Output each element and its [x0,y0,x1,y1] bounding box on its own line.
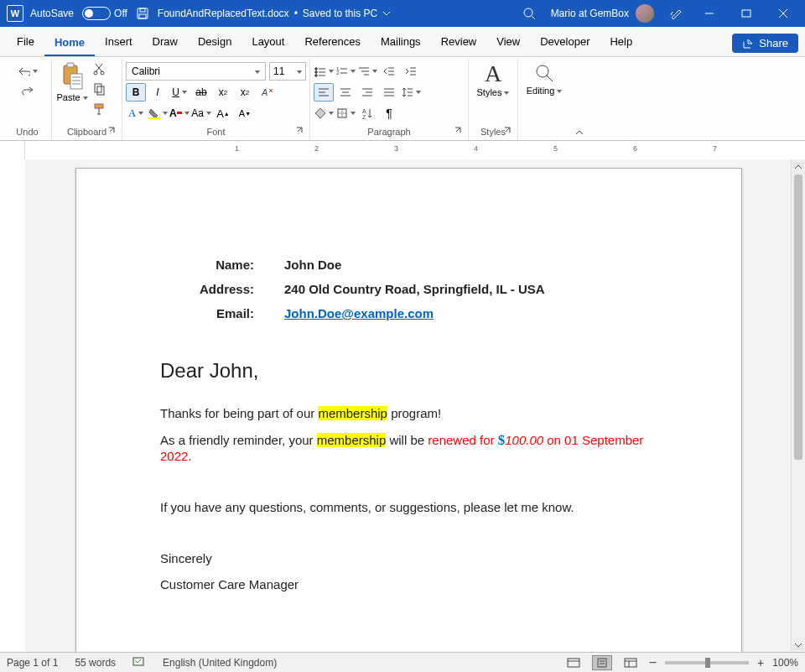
grow-font-button[interactable]: A▲ [213,104,233,122]
highlight-button[interactable] [148,104,168,122]
align-right-button[interactable] [357,83,377,102]
search-icon[interactable] [514,0,544,27]
paragraph-launcher[interactable] [453,126,465,138]
svg-rect-68 [598,659,606,667]
svg-point-63 [537,65,548,77]
svg-rect-20 [97,86,104,95]
clipboard-launcher[interactable] [106,126,118,138]
draw-mode-icon[interactable] [661,0,691,27]
tab-file[interactable]: File [7,29,44,56]
page-indicator[interactable]: Page 1 of 1 [7,657,58,669]
tab-help[interactable]: Help [600,29,642,56]
salutation: Dear John, [160,359,657,383]
paragraph-group-label: Paragraph [367,127,410,137]
paragraph-4: Sincerely [160,551,657,565]
print-layout-button[interactable] [592,655,612,670]
focus-mode-button[interactable] [564,655,584,670]
autosave-toggle[interactable]: Off [80,5,129,22]
address-label: Address: [160,277,269,301]
tab-view[interactable]: View [486,29,530,56]
chevron-down-icon[interactable] [382,10,391,17]
multilevel-list-button[interactable] [357,62,377,81]
bold-button[interactable]: B [126,83,146,102]
horizontal-ruler[interactable]: 1 2 3 4 5 6 7 [0,141,805,159]
tab-review[interactable]: Review [431,29,487,56]
collapse-ribbon-button[interactable] [570,59,589,140]
font-size-select[interactable]: 11 [269,62,306,81]
share-button[interactable]: Share [732,34,798,53]
decrease-indent-button[interactable] [379,62,399,81]
cut-button[interactable] [92,62,111,81]
text-effects-button[interactable]: A [126,104,146,122]
font-launcher[interactable] [294,126,306,138]
styles-button[interactable]: A Styles [472,62,514,97]
line-spacing-button[interactable] [401,83,421,102]
zoom-in-button[interactable]: + [757,656,764,669]
user-name: Mario at GemBox [551,8,629,19]
justify-button[interactable] [379,83,399,102]
scroll-thumb[interactable] [794,175,802,460]
increase-indent-button[interactable] [401,62,421,81]
tab-mailings[interactable]: Mailings [371,29,431,56]
language-indicator[interactable]: English (United Kingdom) [163,657,277,669]
vertical-scrollbar[interactable] [791,159,805,652]
clipboard-group-label: Clipboard [67,127,106,137]
shrink-font-button[interactable]: A▼ [235,104,255,122]
paragraph-5: Customer Care Manager [160,577,657,591]
italic-button[interactable]: I [148,83,168,102]
tab-draw[interactable]: Draw [143,29,188,56]
bullets-button[interactable] [314,62,334,81]
tab-references[interactable]: References [294,29,370,56]
format-painter-button[interactable] [92,102,111,121]
svg-line-64 [547,76,553,81]
tab-design[interactable]: Design [188,29,242,56]
zoom-level[interactable]: 100% [772,657,798,669]
show-marks-button[interactable]: ¶ [379,104,399,122]
borders-button[interactable] [335,104,356,122]
save-icon[interactable] [136,7,149,20]
web-layout-button[interactable] [621,655,641,670]
save-state[interactable]: Saved to this PC [303,8,377,19]
align-center-button[interactable] [335,83,356,102]
strikethrough-button[interactable]: ab [191,83,211,102]
title-bar: W AutoSave Off FoundAndReplacedText.docx… [0,0,805,27]
styles-launcher[interactable] [502,126,514,138]
maximize-button[interactable] [728,0,765,27]
account-button[interactable]: Mario at GemBox [544,4,661,23]
word-count[interactable]: 55 words [75,657,116,669]
superscript-button[interactable]: x2 [235,83,255,102]
redo-button[interactable] [18,82,38,101]
scroll-down-button[interactable] [792,638,805,652]
minimize-button[interactable] [691,0,728,27]
underline-button[interactable]: U [169,83,190,102]
close-button[interactable] [765,0,802,27]
numbering-button[interactable]: 12 [335,62,356,81]
zoom-out-button[interactable]: − [649,655,657,670]
vertical-ruler[interactable] [0,159,25,652]
paste-button[interactable]: Paste [55,62,89,125]
font-name-select[interactable]: Calibri [126,62,266,81]
styles-icon: A [485,60,501,86]
email-link[interactable]: John.Doe@example.com [284,306,434,320]
tab-layout[interactable]: Layout [242,29,294,56]
sort-button[interactable]: AZ [357,104,377,122]
shading-button[interactable] [314,104,334,122]
spell-check-icon[interactable] [132,655,146,669]
scroll-up-button[interactable] [792,159,805,174]
table-row: Address:240 Old Country Road, Springfiel… [160,277,560,301]
highlighted-text: membership [317,433,387,447]
copy-button[interactable] [92,82,111,101]
tab-developer[interactable]: Developer [530,29,600,56]
subscript-button[interactable]: x2 [213,83,233,102]
document-page[interactable]: Name:John Doe Address:240 Old Country Ro… [75,168,742,652]
clear-formatting-button[interactable]: A [257,83,277,102]
app-icon: W [7,5,23,22]
undo-button[interactable] [18,62,38,81]
tab-insert[interactable]: Insert [95,29,143,56]
change-case-button[interactable]: Aa [191,104,211,122]
tab-home[interactable]: Home [44,29,95,56]
editing-button[interactable]: Editing [522,62,567,96]
zoom-slider[interactable] [665,661,749,664]
align-left-button[interactable] [314,83,334,102]
font-color-button[interactable]: A [169,104,190,122]
